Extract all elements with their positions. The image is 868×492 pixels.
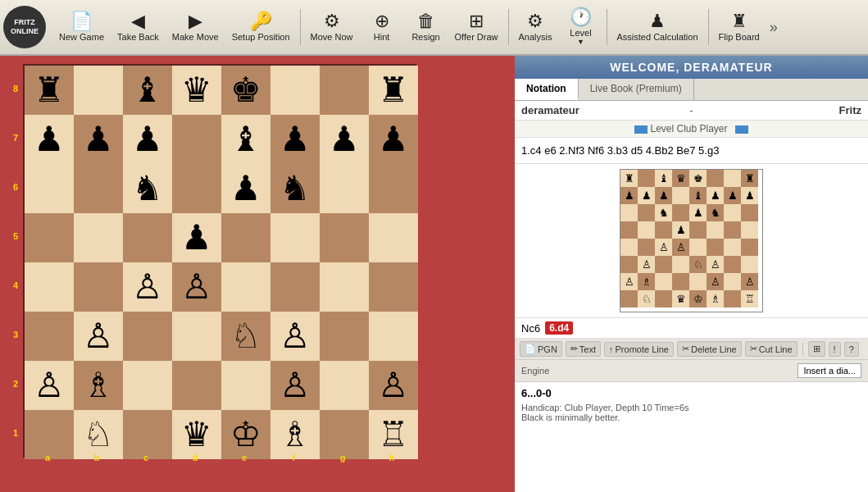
square-c5[interactable] (123, 213, 172, 262)
square-e1[interactable]: ♔ (221, 410, 270, 459)
square-a2[interactable]: ♙ (25, 361, 74, 410)
square-f5[interactable] (270, 213, 320, 262)
square-b5[interactable] (74, 213, 123, 262)
make-move-icon: ▶ (189, 12, 202, 30)
square-f1[interactable]: ♗ (270, 410, 320, 459)
square-c1[interactable] (123, 410, 172, 459)
square-d7[interactable] (172, 115, 221, 164)
square-g6[interactable] (320, 164, 369, 213)
square-h8[interactable]: ♜ (369, 66, 418, 115)
square-e2[interactable] (221, 361, 270, 410)
offer-draw-icon: ⊞ (469, 12, 484, 30)
square-a5[interactable] (25, 213, 74, 262)
square-b8[interactable] (74, 66, 123, 115)
analysis-button[interactable]: ⚙ Analysis (512, 9, 559, 45)
square-b4[interactable] (74, 262, 123, 312)
square-d4[interactable]: ♙ (172, 262, 221, 312)
resign-button[interactable]: 🗑 Resign (404, 9, 448, 45)
square-b3[interactable]: ♙ (74, 312, 123, 361)
square-b6[interactable] (74, 164, 123, 213)
square-g1[interactable] (320, 410, 369, 459)
square-e4[interactable] (221, 262, 270, 312)
assisted-calc-label: Assisted Calculation (617, 32, 698, 42)
resign-icon: 🗑 (417, 12, 435, 30)
tab-live-book[interactable]: Live Book (Premium) (579, 79, 694, 100)
mini-sq (672, 187, 689, 204)
square-d8[interactable]: ♛ (172, 66, 221, 115)
file-labels: a b c d e f g h (23, 453, 416, 466)
make-move-button[interactable]: ▶ Make Move (166, 9, 225, 45)
square-d3[interactable] (172, 312, 221, 361)
square-a3[interactable] (25, 312, 74, 361)
square-d6[interactable] (172, 164, 221, 213)
square-g4[interactable] (320, 262, 369, 312)
square-f3[interactable]: ♙ (270, 312, 320, 361)
square-d2[interactable] (172, 361, 221, 410)
square-b2[interactable]: ♗ (74, 361, 123, 410)
mini-sq: ♛ (672, 170, 689, 187)
square-h3[interactable] (369, 312, 418, 361)
move-now-button[interactable]: ⚙ Move Now (304, 9, 360, 45)
level-button[interactable]: 🕐 Level ▼ (559, 5, 603, 49)
setup-position-button[interactable]: 🔑 Setup Position (225, 9, 297, 45)
assisted-calc-button[interactable]: ♟ Assisted Calculation (611, 9, 705, 45)
cut-line-button[interactable]: ✂ Cut Line (745, 341, 798, 357)
square-a1[interactable] (25, 410, 74, 459)
flip-board-button[interactable]: ♜ Flip Board (712, 9, 766, 45)
square-e6[interactable]: ♟ (221, 164, 270, 213)
square-c8[interactable]: ♝ (123, 66, 172, 115)
square-d1[interactable]: ♛ (172, 410, 221, 459)
square-h1[interactable]: ♖ (369, 410, 418, 459)
take-back-icon: ◀ (131, 12, 145, 30)
square-d5[interactable]: ♟ (172, 213, 221, 262)
current-move-text: Nc6 (521, 322, 540, 335)
square-f7[interactable]: ♟ (270, 115, 320, 164)
square-b7[interactable]: ♟ (74, 115, 123, 164)
notation-toolbar: 📄 PGN ✏ Text ↑ Promote Line ✂ Delete Lin… (515, 339, 868, 360)
square-c4[interactable]: ♙ (123, 262, 172, 312)
take-back-button[interactable]: ◀ Take Back (111, 9, 166, 45)
text-button[interactable]: ✏ Text (566, 341, 601, 357)
square-c3[interactable] (123, 312, 172, 361)
insert-diagram-button[interactable]: Insert a dia... (798, 363, 861, 378)
pgn-button[interactable]: 📄 PGN (520, 341, 562, 357)
square-c2[interactable] (123, 361, 172, 410)
square-c7[interactable]: ♟ (123, 115, 172, 164)
square-f8[interactable] (270, 66, 320, 115)
square-f4[interactable] (270, 262, 320, 312)
square-g5[interactable] (320, 213, 369, 262)
new-game-button[interactable]: 📄 New Game (52, 9, 111, 45)
square-a8[interactable]: ♜ (25, 66, 74, 115)
square-g3[interactable] (320, 312, 369, 361)
square-e3[interactable]: ♘ (221, 312, 270, 361)
square-h7[interactable]: ♟ (369, 115, 418, 164)
delete-line-button[interactable]: ✂ Delete Line (677, 341, 742, 357)
square-b1[interactable]: ♘ (74, 410, 123, 459)
promote-line-button[interactable]: ↑ Promote Line (604, 342, 674, 357)
square-a7[interactable]: ♟ (25, 115, 74, 164)
square-a6[interactable] (25, 164, 74, 213)
square-e5[interactable] (221, 213, 270, 262)
square-h6[interactable] (369, 164, 418, 213)
square-h4[interactable] (369, 262, 418, 312)
square-a4[interactable] (25, 262, 74, 312)
square-g2[interactable] (320, 361, 369, 410)
square-e7[interactable]: ♝ (221, 115, 270, 164)
square-h5[interactable] (369, 213, 418, 262)
square-e8[interactable]: ♚ (221, 66, 270, 115)
square-c6[interactable]: ♞ (123, 164, 172, 213)
square-g7[interactable]: ♟ (320, 115, 369, 164)
offer-draw-button[interactable]: ⊞ Offer Draw (448, 9, 505, 45)
square-h2[interactable]: ♙ (369, 361, 418, 410)
flag-black (634, 125, 648, 134)
exclaim-button[interactable]: ! (829, 342, 841, 357)
toolbar-more-button[interactable]: » (766, 19, 781, 36)
chess-board[interactable]: ♜ ♝ ♛ ♚ ♜ ♟ ♟ ♟ ♝ ♟ ♟ ♟ ♞ (23, 64, 416, 458)
square-f6[interactable]: ♞ (270, 164, 320, 213)
square-g8[interactable] (320, 66, 369, 115)
hint-button[interactable]: ⊕ Hint (360, 9, 404, 45)
tab-notation[interactable]: Notation (515, 79, 579, 100)
diagram-button[interactable]: ⊞ (808, 341, 825, 357)
square-f2[interactable]: ♙ (270, 361, 320, 410)
question-button[interactable]: ? (844, 342, 859, 357)
